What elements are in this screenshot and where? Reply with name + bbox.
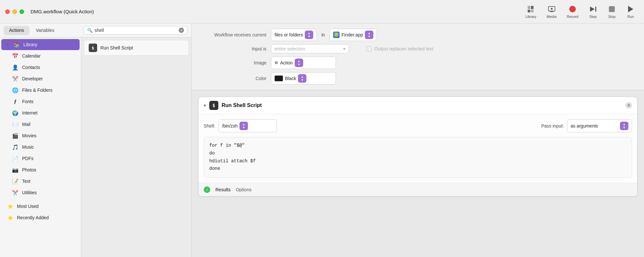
sidebar-label-calendar: Calendar	[22, 53, 41, 59]
search-input[interactable]	[95, 28, 177, 33]
tabs-bar: Actions Variables 🔍 ✕	[0, 23, 191, 37]
color-dropdown[interactable]: Black ▲ ▼	[271, 72, 336, 85]
sidebar-item-utilities[interactable]: ✂️ Utilities	[1, 187, 80, 198]
calendar-icon: 📅	[12, 52, 19, 60]
tab-variables[interactable]: Variables	[31, 26, 59, 34]
chevron-up-icon: ▲	[368, 32, 371, 35]
tab-options[interactable]: Options	[236, 187, 251, 192]
pass-input-value: as arguments	[571, 123, 598, 128]
action-run-shell-script[interactable]: $ Run Shell Script	[84, 40, 189, 56]
shell-label: Shell:	[204, 123, 215, 128]
chevron-down-icon: ▼	[297, 63, 300, 66]
shell-path-stepper[interactable]: ▲ ▼	[239, 122, 248, 130]
workflow-image-row: Image ⚙ Action ▲ ▼	[201, 57, 634, 69]
workflow-receives-row: Workflow receives current files or folde…	[201, 29, 634, 41]
contacts-icon: 👤	[12, 64, 19, 71]
workflow-canvas[interactable]: ▾ $ Run Shell Script ✕ Shell: /bin/zsh	[192, 90, 644, 257]
sidebar-item-photos[interactable]: 📷 Photos	[1, 164, 80, 175]
search-icon: 🔍	[87, 28, 93, 33]
minimize-button[interactable]	[12, 9, 17, 14]
action-card-run-shell-script: ▾ $ Run Shell Script ✕ Shell: /bin/zsh	[198, 97, 638, 196]
sidebar-item-calendar[interactable]: 📅 Calendar	[1, 50, 80, 61]
color-stepper[interactable]: ▲ ▼	[298, 74, 306, 83]
step-button[interactable]: Step	[585, 3, 601, 20]
media-label: Media	[547, 15, 557, 19]
sidebar-label-developer: Developer	[22, 76, 43, 81]
shell-path-dropdown[interactable]: /bin/zsh ▲ ▼	[218, 119, 277, 132]
sidebar-label-mail: Mail	[22, 122, 31, 127]
sidebar-item-text[interactable]: 📝 Text	[1, 176, 80, 187]
developer-icon: ✂️	[12, 75, 19, 82]
code-line-2: do	[209, 150, 626, 157]
close-card-button[interactable]: ✕	[625, 102, 632, 109]
sidebar-item-contacts[interactable]: 👤 Contacts	[1, 62, 80, 73]
sidebar-label-internet: Internet	[22, 110, 37, 115]
image-stepper[interactable]: ▲ ▼	[295, 59, 303, 67]
close-button[interactable]	[5, 9, 10, 14]
run-button[interactable]: Run	[623, 3, 639, 20]
files-folders-icon: 🌐	[12, 87, 19, 94]
stop-icon	[608, 5, 616, 13]
workflow-input-row: Input is entire selection ▾ Output repla…	[201, 44, 634, 53]
library-button[interactable]: Library	[522, 3, 540, 20]
receives-dropdown[interactable]: files or folders ▲ ▼	[271, 29, 317, 41]
stop-button[interactable]: Stop	[604, 3, 620, 20]
action-card-header: ▾ $ Run Shell Script ✕	[199, 97, 637, 114]
card-icon: $	[209, 101, 218, 110]
pass-input-dropdown[interactable]: as arguments ▲ ▼	[567, 119, 632, 132]
code-editor[interactable]: for f in "$@" do hdiutil attach $f done	[204, 137, 632, 178]
input-is-dropdown[interactable]: entire selection ▾	[271, 44, 349, 53]
sidebar-item-library[interactable]: ▾ 📚 Library	[1, 39, 80, 50]
sidebar-label-most-used: Most Used	[17, 204, 39, 209]
app-dropdown[interactable]: 😊 Finder.app ▲ ▼	[329, 29, 377, 41]
sidebar-item-developer[interactable]: ✂️ Developer	[1, 73, 80, 84]
sidebar-item-mail[interactable]: ✉️ Mail	[1, 119, 80, 130]
search-clear-button[interactable]: ✕	[179, 28, 184, 33]
sidebar-item-internet[interactable]: 🌍 Internet	[1, 107, 80, 118]
app-stepper[interactable]: ▲ ▼	[365, 31, 373, 39]
sidebar-item-most-used[interactable]: ⭐ Most Used	[1, 201, 80, 212]
fonts-icon: ƒ	[12, 98, 19, 105]
chevron-up-icon: ▲	[623, 123, 626, 126]
media-icon	[547, 5, 556, 13]
sidebar-label-photos: Photos	[22, 167, 36, 172]
sidebar-item-fonts[interactable]: ƒ Fonts	[1, 96, 80, 107]
music-icon: 🎵	[12, 143, 19, 151]
sidebar-label-utilities: Utilities	[22, 190, 37, 195]
most-used-icon: ⭐	[6, 203, 14, 210]
action-card-body: Shell: /bin/zsh ▲ ▼ Pass input:	[199, 114, 637, 183]
record-button[interactable]: Record	[563, 3, 582, 20]
run-shell-script-icon: $	[89, 44, 97, 52]
sidebar-item-pdfs[interactable]: 📄 PDFs	[1, 153, 80, 164]
image-dropdown[interactable]: ⚙ Action ▲ ▼	[271, 57, 336, 69]
input-is-value: entire selection	[275, 46, 305, 51]
shell-path-value: /bin/zsh	[222, 123, 238, 128]
code-line-3: hdiutil attach $f	[209, 157, 626, 165]
receives-stepper[interactable]: ▲ ▼	[305, 31, 313, 39]
output-replaces-area: Output replaces selected text	[367, 46, 433, 51]
sidebar-item-recently-added[interactable]: ⭐ Recently Added	[1, 212, 80, 223]
in-label: in	[321, 32, 325, 37]
tab-results[interactable]: Results	[215, 187, 231, 192]
svg-marker-7	[590, 7, 595, 12]
sidebar-item-label: Library	[23, 42, 37, 47]
workflow-color-row: Color Black ▲ ▼	[201, 72, 634, 85]
pass-input-stepper[interactable]: ▲ ▼	[620, 122, 628, 130]
svg-rect-0	[528, 6, 530, 9]
svg-rect-2	[528, 10, 530, 12]
zoom-button[interactable]	[19, 9, 24, 14]
app-value: Finder.app	[341, 32, 363, 37]
sidebar-item-movies[interactable]: 🎬 Movies	[1, 130, 80, 141]
chevron-down-icon: ▾	[343, 46, 345, 51]
tab-actions[interactable]: Actions	[4, 26, 29, 34]
media-button[interactable]: Media	[543, 3, 560, 20]
color-value: Black	[285, 76, 296, 81]
sidebar-item-music[interactable]: 🎵 Music	[1, 142, 80, 153]
sidebar-item-files-folders[interactable]: 🌐 Files & Folders	[1, 85, 80, 96]
shell-left: Shell: /bin/zsh ▲ ▼	[204, 119, 277, 132]
search-bar: 🔍 ✕	[84, 26, 187, 34]
action-icon-small: ⚙	[275, 61, 278, 65]
svg-rect-6	[550, 11, 553, 12]
run-label: Run	[627, 15, 634, 19]
collapse-icon[interactable]: ▾	[204, 103, 206, 108]
